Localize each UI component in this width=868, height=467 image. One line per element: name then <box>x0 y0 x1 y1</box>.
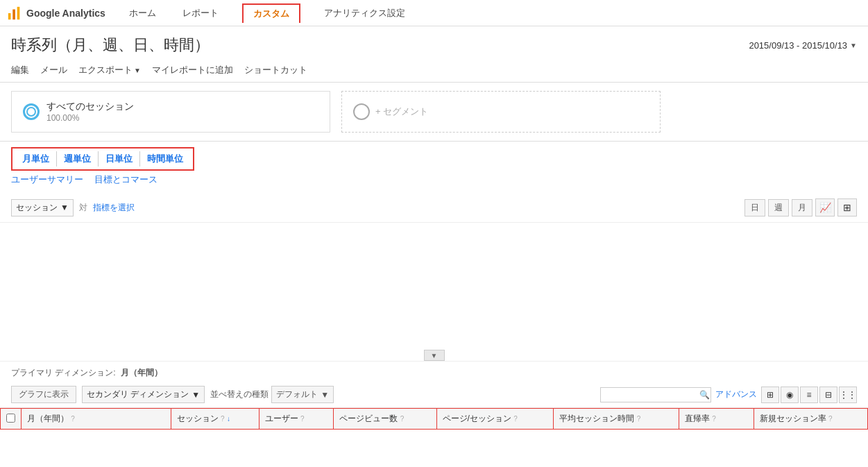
pie-view-btn[interactable]: ◉ <box>781 387 799 403</box>
line-chart-btn[interactable]: 📈 <box>815 198 835 216</box>
primary-dimension-bar: プライマリ ディメンション: 月（年間） <box>0 362 868 382</box>
top-nav: Google Analytics ホーム レポート カスタム アナリティクス設定 <box>0 0 868 26</box>
mail-button[interactable]: メール <box>40 64 67 76</box>
user-summary-link[interactable]: ユーザーサマリー <box>11 173 83 186</box>
col-pagesession-help-icon[interactable]: ? <box>513 415 518 423</box>
grid-view-btn[interactable]: ⊞ <box>761 387 779 403</box>
metric-select-chevron-icon: ▼ <box>60 203 69 212</box>
svg-rect-1 <box>12 9 15 19</box>
report-links: ユーザーサマリー 目標とコマース <box>0 171 868 193</box>
time-tab-hour[interactable]: 時間単位 <box>140 151 190 167</box>
add-metric-link[interactable]: 指標を選択 <box>93 202 135 214</box>
nav-report[interactable]: レポート <box>180 0 221 26</box>
brand-name: Google Analytics <box>26 8 105 19</box>
edit-button[interactable]: 編集 <box>11 64 29 76</box>
show-in-graph-button[interactable]: グラフに表示 <box>11 386 76 403</box>
table-controls: グラフに表示 セカンダリ ディメンション ▼ 並べ替えの種類 デフォルト ▼ 🔍… <box>0 382 868 408</box>
col-users-header[interactable]: ユーザー ? <box>259 409 334 430</box>
col-sessions-header[interactable]: セッション ? ↓ <box>171 409 259 430</box>
date-range-picker[interactable]: 2015/09/13 - 2015/10/13 ▼ <box>749 40 857 51</box>
col-bounce-label: 直帰率 <box>685 414 710 423</box>
col-avgtime-label: 平均セッション時間 <box>559 414 634 423</box>
time-tabs-wrapper: 月単位 週単位 日単位 時間単位 <box>0 142 868 171</box>
nav-analytics-settings[interactable]: アナリティクス設定 <box>321 0 408 26</box>
dots-view-btn[interactable]: ⋮⋮ <box>839 387 857 403</box>
primary-dim-value: 月（年間） <box>121 368 162 377</box>
col-newrate-help-icon[interactable]: ? <box>828 415 833 423</box>
time-tab-week[interactable]: 週単位 <box>57 151 99 167</box>
view-buttons: ⊞ ◉ ≡ ⊟ ⋮⋮ <box>761 387 857 403</box>
col-pageviews-help-icon[interactable]: ? <box>400 415 405 423</box>
table-header-row: 月（年間） ? セッション ? ↓ ユーザー ? ページビュー数 ? ページ/セ… <box>1 409 868 430</box>
col-users-label: ユーザー <box>265 414 298 423</box>
all-sessions-segment[interactable]: すべてのセッション 100.00% <box>11 91 330 133</box>
segment-info: すべてのセッション 100.00% <box>46 101 134 123</box>
page-header: 時系列（月、週、日、時間） 2015/09/13 - 2015/10/13 ▼ <box>0 26 868 61</box>
segment-circle-icon <box>23 103 40 120</box>
nav-home[interactable]: ホーム <box>126 0 159 26</box>
list-view-btn[interactable]: ≡ <box>800 387 818 403</box>
week-btn[interactable]: 週 <box>768 199 789 216</box>
sort-select-area: 並べ替えの種類 デフォルト ▼ <box>210 386 334 403</box>
col-month-label: 月（年間） <box>27 414 69 423</box>
table-view-btn[interactable]: ⊟ <box>819 387 837 403</box>
goals-commerce-link[interactable]: 目標とコマース <box>94 173 158 186</box>
col-sessions-sort-icon: ↓ <box>227 415 230 423</box>
col-newrate-header[interactable]: 新規セッション率 ? <box>754 409 867 430</box>
select-all-checkbox[interactable] <box>6 414 15 423</box>
chart-area: ▼ <box>0 223 868 362</box>
chart-right-controls: 日 週 月 📈 ⊞ <box>744 198 857 216</box>
col-users-help-icon[interactable]: ? <box>300 415 305 423</box>
day-btn[interactable]: 日 <box>744 199 765 216</box>
metric-select-dropdown[interactable]: セッション ▼ <box>11 199 74 216</box>
search-box[interactable]: 🔍 <box>600 387 711 402</box>
svg-rect-0 <box>8 13 11 19</box>
add-segment-label: + セグメント <box>375 105 428 118</box>
search-input[interactable] <box>606 390 697 400</box>
col-pagesession-header[interactable]: ページ/セッション ? <box>436 409 554 430</box>
page-title: 時系列（月、週、日、時間） <box>11 35 210 56</box>
primary-dim-label: プライマリ ディメンション: <box>11 368 116 377</box>
export-button[interactable]: エクスポート ▼ <box>78 64 141 76</box>
shortcut-button[interactable]: ショートカット <box>244 64 307 76</box>
date-range-value: 2015/09/13 - 2015/10/13 <box>749 40 847 51</box>
analytics-icon <box>7 6 22 21</box>
col-newrate-label: 新規セッション率 <box>760 414 826 423</box>
add-segment-button[interactable]: + セグメント <box>341 91 661 133</box>
chart-collapse-button[interactable]: ▼ <box>424 350 445 361</box>
vs-label: 対 <box>79 202 87 214</box>
segment-pct: 100.00% <box>46 113 134 123</box>
table-left-controls: グラフに表示 セカンダリ ディメンション ▼ 並べ替えの種類 デフォルト ▼ <box>11 386 334 403</box>
col-avgtime-help-icon[interactable]: ? <box>637 415 641 423</box>
time-tabs: 月単位 週単位 日単位 時間単位 <box>11 147 194 171</box>
col-pageviews-header[interactable]: ページビュー数 ? <box>334 409 436 430</box>
my-report-button[interactable]: マイレポートに追加 <box>152 64 233 76</box>
sort-dropdown[interactable]: デフォルト ▼ <box>271 386 334 403</box>
sort-label: 並べ替えの種類 <box>210 389 269 400</box>
col-pagesession-label: ページ/セッション <box>443 414 511 423</box>
nav-custom[interactable]: カスタム <box>242 3 300 23</box>
time-tab-month[interactable]: 月単位 <box>15 151 57 167</box>
secondary-dim-dropdown[interactable]: セカンダリ ディメンション ▼ <box>82 386 205 403</box>
search-icon: 🔍 <box>699 390 710 400</box>
chart-left-controls: セッション ▼ 対 指標を選択 <box>11 199 135 216</box>
col-bounce-header[interactable]: 直帰率 ? <box>679 409 754 430</box>
sort-default-label: デフォルト <box>276 389 318 400</box>
bar-chart-btn[interactable]: ⊞ <box>837 198 857 216</box>
col-bounce-help-icon[interactable]: ? <box>712 415 716 423</box>
time-tab-day[interactable]: 日単位 <box>99 151 140 167</box>
export-chevron-icon: ▼ <box>134 67 141 74</box>
month-btn[interactable]: 月 <box>792 199 812 216</box>
checkbox-col-header <box>1 409 22 430</box>
col-month-header[interactable]: 月（年間） ? <box>22 409 171 430</box>
table-right-controls: 🔍 アドバンス ⊞ ◉ ≡ ⊟ ⋮⋮ <box>600 387 857 403</box>
col-sessions-help-icon[interactable]: ? <box>221 415 225 423</box>
advance-button[interactable]: アドバンス <box>715 389 757 400</box>
export-label: エクスポート <box>78 64 133 76</box>
col-pageviews-label: ページビュー数 <box>339 414 398 423</box>
add-segment-circle-icon <box>353 103 370 120</box>
segment-name: すべてのセッション <box>46 101 134 113</box>
col-month-help-icon[interactable]: ? <box>71 415 75 423</box>
chart-controls: セッション ▼ 対 指標を選択 日 週 月 📈 ⊞ <box>0 193 868 223</box>
col-avgtime-header[interactable]: 平均セッション時間 ? <box>554 409 679 430</box>
